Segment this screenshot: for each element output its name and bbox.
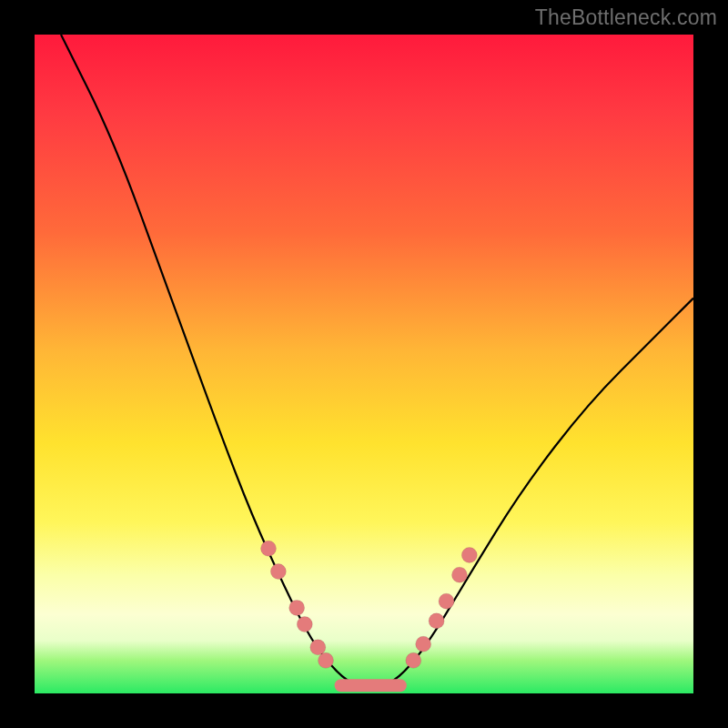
marker-dot xyxy=(406,652,421,668)
marker-dot xyxy=(416,636,431,652)
curve-layer xyxy=(35,35,693,693)
marker-dots xyxy=(261,541,478,668)
marker-dot xyxy=(461,547,477,562)
marker-dot xyxy=(310,640,326,655)
marker-dot xyxy=(429,613,444,629)
marker-dot xyxy=(289,600,305,615)
bottleneck-curve xyxy=(61,35,693,687)
marker-dot xyxy=(318,652,334,668)
marker-dot xyxy=(261,541,277,556)
plot-area xyxy=(35,35,693,693)
marker-dot xyxy=(439,593,454,609)
marker-dot xyxy=(270,564,286,580)
watermark-text: TheBottleneck.com xyxy=(535,5,717,30)
marker-dot xyxy=(451,567,467,582)
chart-frame: TheBottleneck.com xyxy=(0,0,728,728)
marker-dot xyxy=(297,616,312,632)
